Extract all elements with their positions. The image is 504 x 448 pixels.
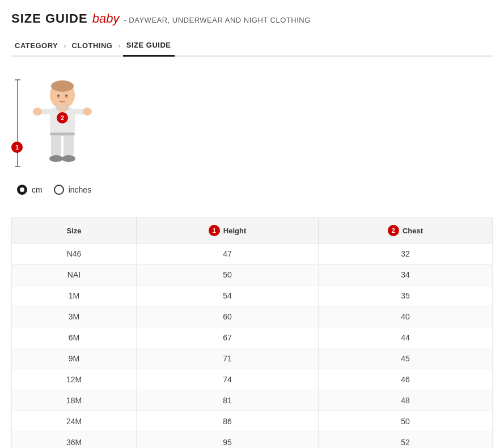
measure-line [17, 79, 18, 167]
cell-size: 1M [12, 285, 137, 306]
baby-illustration: 1 [17, 74, 96, 176]
svg-rect-13 [50, 133, 75, 135]
table-row: 12M7446 [12, 369, 493, 390]
cell-chest: 50 [318, 411, 492, 432]
table-row: N464732 [12, 244, 493, 264]
unit-selector: cm inches [17, 185, 91, 195]
breadcrumb-size-guide[interactable]: SIZE GUIDE [123, 35, 175, 57]
svg-point-16 [58, 95, 60, 97]
table-row: 9M7145 [12, 348, 493, 369]
cell-height: 74 [137, 369, 319, 390]
table-row: NAI5034 [12, 264, 493, 285]
unit-inches[interactable]: inches [54, 185, 91, 195]
cell-height: 95 [137, 432, 319, 449]
col-chest-inner: 2 Chest [328, 225, 483, 236]
cell-height: 81 [137, 390, 319, 411]
svg-point-7 [33, 108, 42, 116]
cell-chest: 48 [318, 390, 492, 411]
title-main: SIZE GUIDE [11, 11, 88, 26]
svg-rect-10 [63, 134, 74, 157]
svg-point-11 [49, 155, 63, 162]
cell-height: 47 [137, 244, 319, 264]
title-sub: baby [92, 11, 120, 26]
radio-cm[interactable] [17, 185, 27, 195]
cell-chest: 35 [318, 285, 492, 306]
cell-size: 18M [12, 390, 137, 411]
table-header-row: Size 1 Height 2 Chest [12, 218, 493, 244]
cell-chest: 45 [318, 348, 492, 369]
svg-point-17 [66, 95, 67, 97]
cell-chest: 52 [318, 432, 492, 449]
cell-size: NAI [12, 264, 137, 285]
breadcrumb-sep-1: › [61, 41, 68, 50]
cell-height: 50 [137, 264, 319, 285]
breadcrumb-sep-2: › [116, 41, 122, 50]
badge-height-col: 1 [209, 225, 220, 236]
cell-size: 24M [12, 411, 137, 432]
cell-height: 71 [137, 348, 319, 369]
cell-chest: 44 [318, 327, 492, 348]
cell-height: 54 [137, 285, 319, 306]
table-body: N464732NAI50341M54353M60406M67449M714512… [12, 244, 493, 449]
cell-height: 60 [137, 306, 319, 327]
size-table: Size 1 Height 2 Chest N464732NAI50341M54… [11, 217, 493, 448]
cell-size: 6M [12, 327, 137, 348]
table-row: 1M5435 [12, 285, 493, 306]
unit-cm-label: cm [32, 185, 43, 194]
cell-size: N46 [12, 244, 137, 264]
cell-chest: 40 [318, 306, 492, 327]
table-row: 3M6040 [12, 306, 493, 327]
unit-cm[interactable]: cm [17, 185, 43, 195]
page-wrapper: SIZE GUIDE baby - DAYWEAR, UNDERWEAR AND… [0, 0, 504, 448]
cell-size: 36M [12, 432, 137, 449]
cell-size: 3M [12, 306, 137, 327]
svg-point-1 [51, 80, 74, 92]
svg-point-8 [83, 108, 92, 116]
unit-inches-label: inches [69, 185, 91, 194]
table-row: 6M6744 [12, 327, 493, 348]
table-row: 24M8650 [12, 411, 493, 432]
cell-chest: 32 [318, 244, 492, 264]
cell-chest: 34 [318, 264, 492, 285]
illustration-section: 1 [11, 74, 493, 206]
col-chest: 2 Chest [318, 218, 492, 244]
cell-height: 67 [137, 327, 319, 348]
breadcrumb: CATEGORY › CLOTHING › SIZE GUIDE [11, 35, 493, 57]
svg-point-12 [62, 155, 75, 162]
breadcrumb-category[interactable]: CATEGORY [11, 36, 61, 56]
title-desc: - DAYWEAR, UNDERWEAR AND NIGHT CLOTHING [124, 16, 310, 24]
breadcrumb-clothing[interactable]: CLOTHING [69, 36, 116, 56]
col-size: Size [12, 218, 137, 244]
cell-chest: 46 [318, 369, 492, 390]
table-row: 18M8148 [12, 390, 493, 411]
svg-rect-9 [51, 134, 61, 157]
badge-chest-col: 2 [388, 225, 399, 236]
badge-height-left: 1 [11, 142, 23, 153]
col-height-inner: 1 Height [146, 225, 309, 236]
cell-size: 12M [12, 369, 137, 390]
svg-text:2: 2 [61, 114, 64, 121]
baby-svg: 2 [17, 74, 96, 176]
page-title-section: SIZE GUIDE baby - DAYWEAR, UNDERWEAR AND… [11, 11, 493, 26]
radio-inches[interactable] [54, 185, 64, 195]
badge-1: 1 [11, 142, 23, 153]
cell-size: 9M [12, 348, 137, 369]
svg-rect-4 [59, 106, 66, 112]
col-height: 1 Height [137, 218, 319, 244]
table-row: 36M9552 [12, 432, 493, 449]
cell-height: 86 [137, 411, 319, 432]
